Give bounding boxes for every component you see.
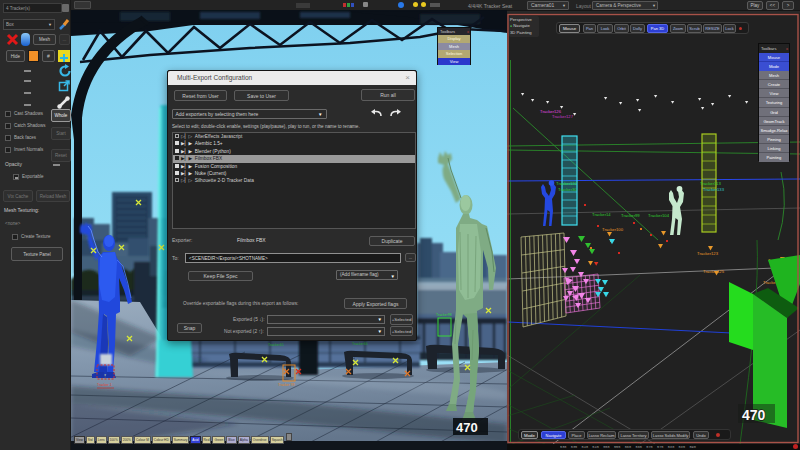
svg-text:Tracker123: Tracker123 — [697, 251, 719, 256]
svg-text:Tracker98: Tracker98 — [436, 313, 452, 317]
svg-text:Tracker99: Tracker99 — [621, 213, 640, 218]
svg-text:Tracker127: Tracker127 — [552, 114, 574, 119]
svg-text:Tracker14: Tracker14 — [592, 212, 611, 217]
svg-text:Tracker125: Tracker125 — [703, 269, 725, 274]
svg-text:Tracker104: Tracker104 — [648, 213, 670, 218]
svg-text:Tracker66: Tracker66 — [352, 342, 368, 346]
svg-text:Tracker113: Tracker113 — [700, 181, 721, 186]
svg-text:470: 470 — [456, 420, 478, 435]
svg-text:Tracker100: Tracker100 — [602, 227, 624, 232]
svg-text:Tracker132: Tracker132 — [556, 181, 578, 186]
svg-text:Tracker30: Tracker30 — [558, 187, 577, 192]
svg-text:Tracker133: Tracker133 — [703, 187, 725, 192]
svg-text:Tracker 99: Tracker 99 — [278, 383, 295, 387]
svg-text:470: 470 — [742, 407, 766, 423]
svg-text:Tracker 1: Tracker 1 — [97, 383, 112, 387]
svg-text:Tracker65: Tracker65 — [268, 343, 284, 347]
